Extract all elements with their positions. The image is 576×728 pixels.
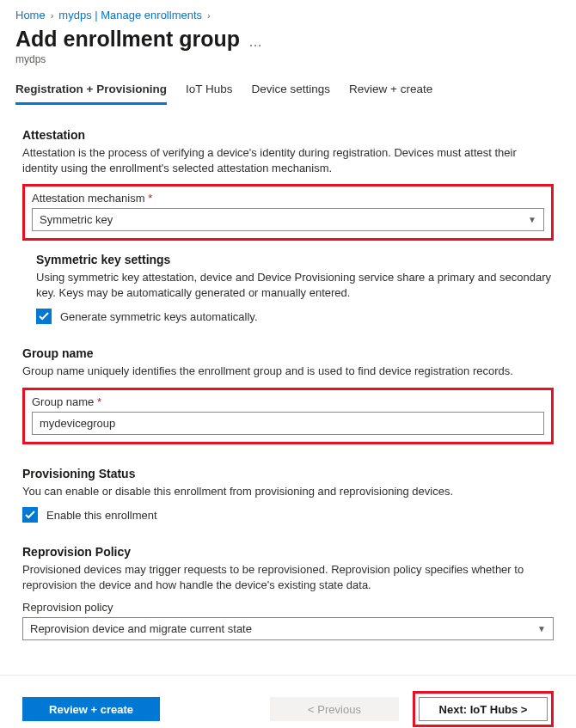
section-reprovision-policy: Reprovision Policy Provisioned devices m…: [22, 545, 554, 640]
symkey-title: Symmetric key settings: [36, 253, 554, 266]
tabs: Registration + Provisioning IoT Hubs Dev…: [0, 76, 576, 106]
next-iot-hubs-button[interactable]: Next: IoT Hubs >: [419, 697, 548, 721]
tab-device-settings[interactable]: Device settings: [251, 76, 330, 105]
highlight-next-button: Next: IoT Hubs >: [413, 691, 554, 727]
attestation-title: Attestation: [22, 128, 554, 142]
section-provisioning-status: Provisioning Status You can enable or di…: [22, 467, 554, 523]
generate-keys-checkbox[interactable]: [36, 309, 52, 324]
group-name-title: Group name: [22, 346, 554, 360]
highlight-attestation-mechanism: Attestation mechanism * Symmetric key ▼: [22, 184, 554, 241]
tab-iot-hubs[interactable]: IoT Hubs: [186, 76, 233, 105]
symkey-desc: Using symmetric key attestation, device …: [36, 270, 554, 300]
group-name-label: Group name *: [32, 395, 544, 408]
generate-keys-label: Generate symmetric keys automatically.: [60, 310, 258, 323]
reprovision-policy-value: Reprovision device and migrate current s…: [30, 622, 252, 635]
group-name-input[interactable]: [32, 412, 544, 435]
more-actions-icon[interactable]: …: [248, 29, 263, 50]
section-attestation: Attestation Attestation is the process o…: [22, 128, 554, 175]
breadcrumb-manage-enrollments[interactable]: mydps | Manage enrollments: [58, 9, 202, 21]
check-icon: [39, 311, 49, 321]
chevron-right-icon: ›: [207, 10, 211, 21]
chevron-down-icon: ▼: [528, 215, 536, 224]
chevron-down-icon: ▼: [537, 624, 546, 633]
wizard-footer: Review + create < Previous Next: IoT Hub…: [0, 675, 576, 728]
page-title: Add enrollment group: [15, 27, 240, 52]
enable-enrollment-checkbox[interactable]: [22, 507, 38, 523]
group-name-desc: Group name uniquely identifies the enrol…: [22, 364, 554, 379]
attestation-desc: Attestation is the process of verifying …: [22, 145, 554, 175]
check-icon: [25, 510, 35, 520]
chevron-right-icon: ›: [51, 10, 54, 21]
provstatus-title: Provisioning Status: [22, 467, 554, 480]
reprov-desc: Provisioned devices may trigger requests…: [22, 562, 554, 592]
tab-review-create[interactable]: Review + create: [349, 76, 432, 105]
attestation-mechanism-value: Symmetric key: [40, 213, 113, 226]
attestation-mechanism-select[interactable]: Symmetric key ▼: [32, 208, 544, 231]
attestation-mechanism-label: Attestation mechanism *: [32, 192, 544, 205]
breadcrumb: Home › mydps | Manage enrollments ›: [0, 9, 576, 21]
reprovision-policy-select[interactable]: Reprovision device and migrate current s…: [22, 617, 554, 640]
previous-button[interactable]: < Previous: [270, 697, 399, 721]
page-subtitle: mydps: [0, 52, 576, 76]
enable-enrollment-label: Enable this enrollment: [46, 509, 157, 522]
highlight-group-name: Group name *: [22, 388, 554, 444]
reprov-title: Reprovision Policy: [22, 545, 554, 559]
provstatus-desc: You can enable or disable this enrollmen…: [22, 484, 554, 499]
section-symmetric-key-settings: Symmetric key settings Using symmetric k…: [36, 253, 554, 324]
section-group-name: Group name Group name uniquely identifie…: [22, 346, 554, 379]
breadcrumb-home[interactable]: Home: [15, 9, 46, 21]
tab-registration-provisioning[interactable]: Registration + Provisioning: [15, 76, 167, 105]
review-create-button[interactable]: Review + create: [22, 697, 160, 721]
page-title-row: Add enrollment group …: [0, 21, 576, 52]
reprov-field-label: Reprovision policy: [22, 601, 554, 614]
